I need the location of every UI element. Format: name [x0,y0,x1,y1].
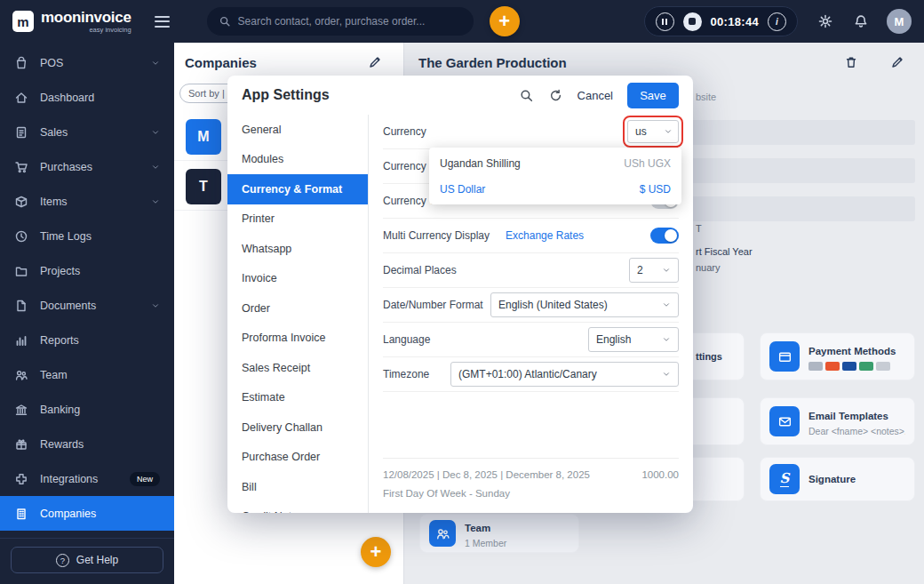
menu-item-delivery-challan[interactable]: Delivery Challan [227,412,368,443]
language-select[interactable]: English [588,327,679,352]
chevron-down-icon [151,59,160,68]
timezone-select[interactable]: (GMT+01:00) Atlantic/Canary [450,362,679,387]
logo-text: mooninvoice [41,10,131,25]
add-company-button[interactable]: + [361,537,391,567]
payment-brand-icon [876,362,890,371]
multi-currency-toggle[interactable] [650,228,679,244]
sidebar-item-banking[interactable]: Banking [0,392,174,427]
sidebar: POS Dashboard Sales Purchases Items Time… [0,43,174,584]
sidebar-item-time-logs[interactable]: Time Logs [0,219,174,253]
payment-brand-icon [808,362,823,371]
exchange-rates-link[interactable]: Exchange Rates [506,229,584,242]
visa-icon [842,362,856,371]
menu-item-currency-format[interactable]: Currency & Format [227,174,368,204]
notifications-bell-icon[interactable] [853,13,869,29]
chevron-down-icon [151,128,160,137]
sidebar-item-items[interactable]: Items [0,184,174,219]
folder-icon [14,264,28,278]
settings-menu: General Modules Currency & Format Printe… [227,115,369,513]
search-icon [219,15,231,28]
sidebar-item-projects[interactable]: Projects [0,253,174,288]
modal-title: App Settings [242,87,505,103]
fiscal-year-label-fragment: rt Fiscal Year [696,246,753,257]
app-settings-modal: App Settings Cancel Save General Modules… [227,76,693,513]
sidebar-item-team[interactable]: Team [0,357,174,392]
menu-item-purchase-order[interactable]: Purchase Order [227,443,368,473]
timer-pause-button[interactable] [656,12,674,31]
currency-select[interactable] [627,120,679,143]
get-help-button[interactable]: ? Get Help [11,547,163,573]
sidebar-item-documents[interactable]: Documents [0,288,174,323]
fiscal-year-value-fragment: nuary [696,262,721,273]
delete-company-icon[interactable] [844,55,858,69]
currency-search-input[interactable] [635,125,658,138]
website-label-fragment: bsite [696,92,716,102]
sidebar-item-sales[interactable]: Sales [0,115,174,149]
team-card[interactable]: Team 1 Member [419,514,579,553]
payment-brand-icons [808,362,896,371]
timer-widget: 00:18:44 i [644,6,798,36]
edit-companies-icon[interactable] [368,55,382,69]
user-avatar[interactable]: M [887,9,912,34]
bank-icon [14,403,28,417]
timer-stop-button[interactable] [683,12,702,31]
hamburger-menu-icon[interactable] [155,16,170,28]
question-icon: ? [56,554,69,567]
number-preview: 1000.00 [641,469,679,480]
timer-info-icon[interactable]: i [768,12,786,31]
sidebar-item-integrations[interactable]: Integrations New [0,461,174,496]
payment-methods-card[interactable]: Payment Methods [760,332,915,380]
reset-icon[interactable] [548,88,563,103]
pos-icon [14,56,28,70]
date-number-format-row: Date/Number Format English (United State… [383,288,679,323]
signature-card[interactable]: S Signature [760,457,915,501]
clock-icon [14,229,28,244]
caret-down-icon [662,370,671,379]
currency-option[interactable]: Ugandan Shilling USh UGX [429,150,681,176]
email-templates-card[interactable]: Email Templates Dear <fname> <notes>... [760,397,915,445]
menu-item-order[interactable]: Order [227,293,368,324]
modal-search-icon[interactable] [519,88,534,103]
settings-gear-icon[interactable] [817,13,833,29]
global-search [207,7,474,36]
first-day-of-week: First Day Of Week - Sunday [383,488,679,499]
integrations-icon [14,472,28,486]
sidebar-item-purchases[interactable]: Purchases [0,149,174,184]
currency-option-selected[interactable]: US Dollar $ USD [429,176,681,202]
app-root: m mooninvoice easy invoicing + 00:18:44 … [0,0,924,584]
sidebar-item-dashboard[interactable]: Dashboard [0,80,174,115]
edit-company-icon[interactable] [890,55,904,69]
quick-add-button[interactable]: + [490,6,520,36]
team-icon [14,368,28,382]
bar-chart-icon [14,333,28,348]
sidebar-item-rewards[interactable]: Rewards [0,427,174,461]
multi-currency-row: Multi Currency Display Exchange Rates [383,219,679,253]
menu-item-modules[interactable]: Modules [227,145,368,175]
company-detail-title: The Garden Production [418,55,812,70]
save-button[interactable]: Save [627,83,679,108]
decimal-places-row: Decimal Places 2 [383,253,679,288]
menu-item-whatsapp[interactable]: Whatsapp [227,234,368,264]
sidebar-item-pos[interactable]: POS [0,45,174,80]
menu-item-bill[interactable]: Bill [227,472,368,502]
cancel-button[interactable]: Cancel [578,89,613,102]
sales-icon [14,125,28,140]
menu-item-sales-receipt[interactable]: Sales Receipt [227,353,368,383]
menu-item-general[interactable]: General [227,115,368,145]
menu-item-estimate[interactable]: Estimate [227,383,368,413]
search-input[interactable] [238,15,462,28]
sidebar-item-reports[interactable]: Reports [0,323,174,357]
date-number-format-select[interactable]: English (United States) [490,292,679,317]
caret-down-icon [662,300,671,309]
sidebar-item-companies[interactable]: Companies [0,496,174,531]
decimal-places-select[interactable]: 2 [629,258,679,283]
payment-card-icon [769,341,800,372]
chevron-down-icon [151,301,160,310]
menu-item-printer[interactable]: Printer [227,204,368,235]
menu-item-credit-note[interactable]: Credit Note [227,502,368,514]
plus-icon: + [370,540,382,564]
team-icon [429,520,456,547]
menu-item-proforma-invoice[interactable]: Proforma Invoice [227,324,368,354]
field-text-fragment: T [696,223,702,234]
menu-item-invoice[interactable]: Invoice [227,264,368,294]
